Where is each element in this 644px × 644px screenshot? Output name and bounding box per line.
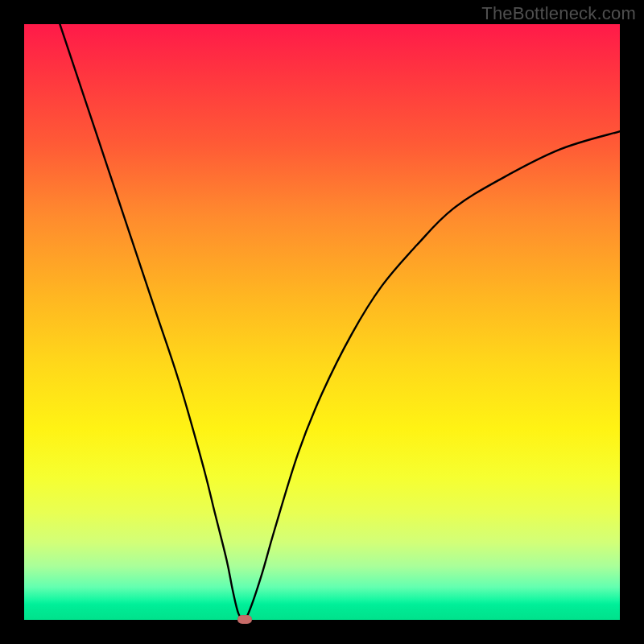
chart-frame: TheBottleneck.com [0, 0, 644, 644]
bottleneck-curve [24, 24, 620, 620]
min-marker [237, 615, 252, 624]
plot-area [24, 24, 620, 620]
curve-path [60, 24, 620, 619]
watermark-label: TheBottleneck.com [481, 3, 636, 24]
